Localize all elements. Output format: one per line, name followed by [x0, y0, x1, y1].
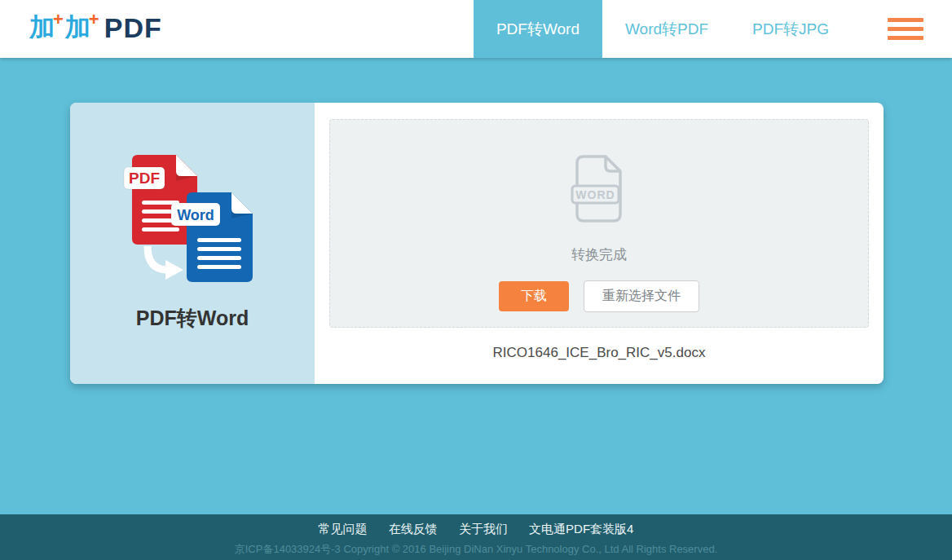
pdf-to-word-illustration-icon: PDF Word	[122, 150, 262, 287]
tool-info-panel: PDF Word	[70, 103, 315, 384]
word-file-icon: WORD	[571, 152, 628, 226]
svg-text:WORD: WORD	[575, 188, 615, 201]
logo-char: 加	[65, 11, 90, 44]
logo-plus-icon: +	[53, 11, 64, 28]
tab-word-to-pdf[interactable]: Word转PDF	[604, 0, 729, 58]
app-header: 加+加+PDF PDF转Word Word转PDF PDF转JPG	[0, 0, 952, 58]
action-buttons: 下载 重新选择文件	[499, 280, 699, 312]
logo-char: 加	[29, 11, 55, 44]
footer-links: 常见问题 在线反馈 关于我们 文电通PDF套装版4	[0, 522, 952, 537]
conversion-panel: WORD 转换完成 下载 重新选择文件 RICO1646_ICE_Bro_RIC…	[315, 103, 884, 384]
logo-text: PDF	[104, 11, 162, 44]
conversion-dropzone: WORD 转换完成 下载 重新选择文件	[329, 119, 869, 328]
footer-link-about[interactable]: 关于我们	[459, 522, 508, 536]
tool-title: PDF转Word	[136, 305, 249, 332]
logo-plus-icon: +	[89, 11, 99, 28]
tab-pdf-to-word[interactable]: PDF转Word	[474, 0, 602, 58]
footer-link-feedback[interactable]: 在线反馈	[389, 522, 438, 536]
convert-arrow-icon	[148, 246, 183, 280]
download-button[interactable]: 下载	[499, 281, 569, 311]
hamburger-bar	[888, 27, 923, 31]
hamburger-menu-icon[interactable]	[888, 0, 923, 58]
svg-text:Word: Word	[177, 207, 214, 223]
footer-link-product[interactable]: 文电通PDF套装版4	[529, 522, 633, 536]
hamburger-bar	[888, 36, 923, 40]
hamburger-bar	[888, 18, 923, 22]
svg-text:PDF: PDF	[129, 170, 160, 187]
copyright-text: 京ICP备14033924号-3 Copyright © 2016 Beijin…	[0, 542, 952, 557]
tab-pdf-to-jpg[interactable]: PDF转JPG	[731, 0, 850, 58]
conversion-status: 转换完成	[571, 245, 627, 264]
converted-filename: RICO1646_ICE_Bro_RIC_v5.docx	[329, 345, 869, 361]
pdf-document-icon: PDF	[124, 155, 197, 245]
converter-card: PDF Word	[70, 103, 884, 384]
footer-link-faq[interactable]: 常见问题	[319, 522, 368, 536]
reselect-file-button[interactable]: 重新选择文件	[584, 280, 699, 312]
main-nav: PDF转Word Word转PDF PDF转JPG	[474, 0, 952, 58]
app-logo[interactable]: 加+加+PDF	[29, 11, 162, 44]
page-body: PDF Word	[0, 58, 952, 514]
page-footer: 常见问题 在线反馈 关于我们 文电通PDF套装版4 京ICP备14033924号…	[0, 514, 952, 560]
